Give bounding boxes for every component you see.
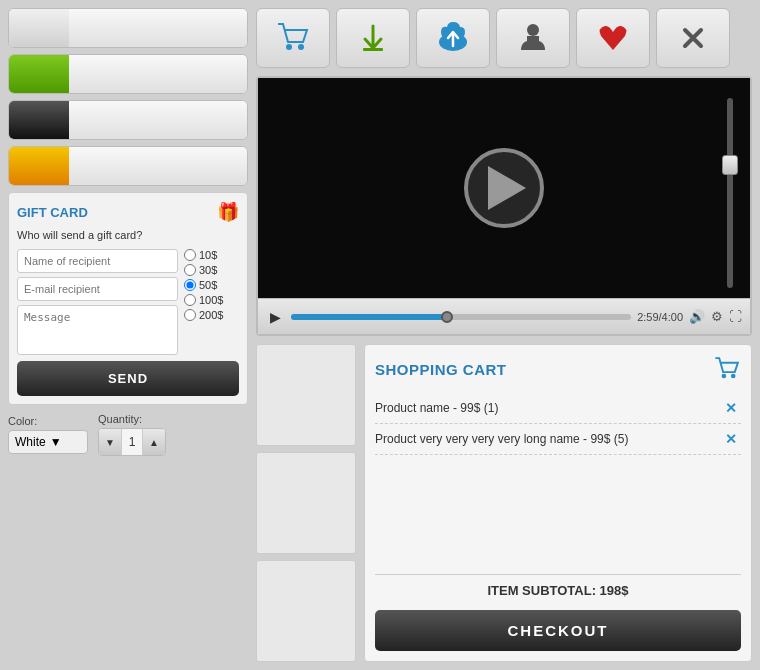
cart-item-1-remove[interactable]: ✕ [721, 400, 741, 416]
message-textarea[interactable] [17, 305, 178, 355]
amount-10-radio[interactable] [184, 249, 196, 261]
toggle-button-2[interactable] [8, 54, 248, 94]
swatch-3 [9, 101, 69, 139]
download-icon [355, 20, 391, 56]
gift-card-amounts: 10$ 30$ 50$ 100$ [184, 249, 239, 355]
color-qty-row: Color: White ▼ Quantity: ▼ 1 ▲ [8, 413, 248, 456]
cart-item-1-name: Product name - 99$ (1) [375, 401, 721, 415]
swatch-4 [9, 147, 69, 185]
cart-icon [275, 20, 311, 56]
play-button[interactable] [464, 148, 544, 228]
btn-label-2 [69, 55, 247, 93]
icon-bar [256, 8, 752, 68]
fullscreen-icon[interactable]: ⛶ [729, 309, 742, 324]
cart-item-1: Product name - 99$ (1) ✕ [375, 393, 741, 424]
person-button[interactable] [496, 8, 570, 68]
toggle-button-3[interactable] [8, 100, 248, 140]
send-button[interactable]: SEND [17, 361, 239, 396]
btn-label-4 [69, 147, 247, 185]
amount-50[interactable]: 50$ [184, 279, 239, 291]
amount-50-radio[interactable] [184, 279, 196, 291]
recipient-name-input[interactable] [17, 249, 178, 273]
time-display: 2:59/4:00 [637, 311, 683, 323]
placeholder-box-3 [256, 560, 356, 662]
placeholder-box-1 [256, 344, 356, 446]
cart-item-2: Product very very very very long name - … [375, 424, 741, 455]
cloud-upload-button[interactable] [416, 8, 490, 68]
video-player: ▶ 2:59/4:00 🔊 ⚙ ⛶ [256, 76, 752, 336]
cart-item-2-remove[interactable]: ✕ [721, 431, 741, 447]
svg-point-7 [731, 374, 736, 379]
heart-button[interactable] [576, 8, 650, 68]
amount-100-radio[interactable] [184, 294, 196, 306]
cart-title: SHOPPING CART [375, 361, 507, 378]
quantity-controls: ▼ 1 ▲ [98, 428, 166, 456]
shopping-cart: SHOPPING CART Product name - 99$ (1) ✕ [364, 344, 752, 662]
quantity-increase-button[interactable]: ▲ [143, 429, 165, 455]
btn-label-1 [69, 9, 247, 47]
gift-card-section: GIFT CARD 🎁 Who will send a gift card? 1… [8, 192, 248, 405]
cloud-upload-icon [433, 20, 473, 56]
placeholder-box-2 [256, 452, 356, 554]
close-button[interactable] [656, 8, 730, 68]
svg-point-0 [286, 44, 292, 50]
video-screen[interactable] [258, 78, 750, 298]
placeholder-boxes [256, 344, 356, 662]
btn-label-3 [69, 101, 247, 139]
play-pause-button[interactable]: ▶ [266, 307, 285, 327]
gift-card-title: GIFT CARD [17, 205, 88, 220]
cart-header-icon [713, 355, 741, 383]
svg-point-6 [722, 374, 727, 379]
cart-items: Product name - 99$ (1) ✕ Product very ve… [375, 393, 741, 574]
left-panel: GIFT CARD 🎁 Who will send a gift card? 1… [8, 8, 248, 662]
heart-icon [595, 20, 631, 56]
color-label: Color: [8, 415, 88, 427]
volume-icon[interactable]: 🔊 [689, 309, 705, 324]
right-panel: ▶ 2:59/4:00 🔊 ⚙ ⛶ SHO [256, 8, 752, 662]
play-triangle-icon [488, 166, 526, 210]
amount-100[interactable]: 100$ [184, 294, 239, 306]
amount-30[interactable]: 30$ [184, 264, 239, 276]
quantity-decrease-button[interactable]: ▼ [99, 429, 121, 455]
volume-slider[interactable] [722, 98, 738, 288]
checkout-button[interactable]: CHECKOUT [375, 610, 741, 651]
amount-200-radio[interactable] [184, 309, 196, 321]
amount-30-radio[interactable] [184, 264, 196, 276]
color-dropdown[interactable]: White ▼ [8, 430, 88, 454]
volume-track [727, 98, 733, 288]
bottom-row: SHOPPING CART Product name - 99$ (1) ✕ [256, 344, 752, 662]
svg-point-1 [298, 44, 304, 50]
progress-fill [291, 314, 444, 320]
svg-point-4 [527, 24, 539, 36]
recipient-email-input[interactable] [17, 277, 178, 301]
quantity-section: Quantity: ▼ 1 ▲ [98, 413, 166, 456]
swatch-1 [9, 9, 69, 47]
quantity-value: 1 [121, 429, 143, 455]
close-icon [675, 20, 711, 56]
amount-10[interactable]: 10$ [184, 249, 239, 261]
progress-bar[interactable] [291, 314, 631, 320]
download-button[interactable] [336, 8, 410, 68]
cart-header: SHOPPING CART [375, 355, 741, 383]
settings-icon[interactable]: ⚙ [711, 309, 723, 324]
quantity-label: Quantity: [98, 413, 166, 425]
gift-card-header: GIFT CARD 🎁 [17, 201, 239, 223]
toggle-button-1[interactable] [8, 8, 248, 48]
svg-rect-5 [527, 36, 539, 41]
gift-card-body: 10$ 30$ 50$ 100$ [17, 249, 239, 355]
amount-200[interactable]: 200$ [184, 309, 239, 321]
cart-button[interactable] [256, 8, 330, 68]
gift-card-inputs [17, 249, 178, 355]
volume-thumb[interactable] [722, 155, 738, 175]
gift-icon: 🎁 [217, 201, 239, 223]
color-section: Color: White ▼ [8, 415, 88, 454]
chevron-down-icon: ▼ [50, 435, 62, 449]
gift-card-subtitle: Who will send a gift card? [17, 229, 239, 241]
video-controls: ▶ 2:59/4:00 🔊 ⚙ ⛶ [258, 298, 750, 334]
toggle-button-4[interactable] [8, 146, 248, 186]
cart-item-2-name: Product very very very very long name - … [375, 432, 721, 446]
color-value: White [15, 435, 46, 449]
swatch-2 [9, 55, 69, 93]
svg-rect-2 [363, 48, 383, 51]
cart-subtotal: ITEM SUBTOTAL: 198$ [375, 574, 741, 606]
